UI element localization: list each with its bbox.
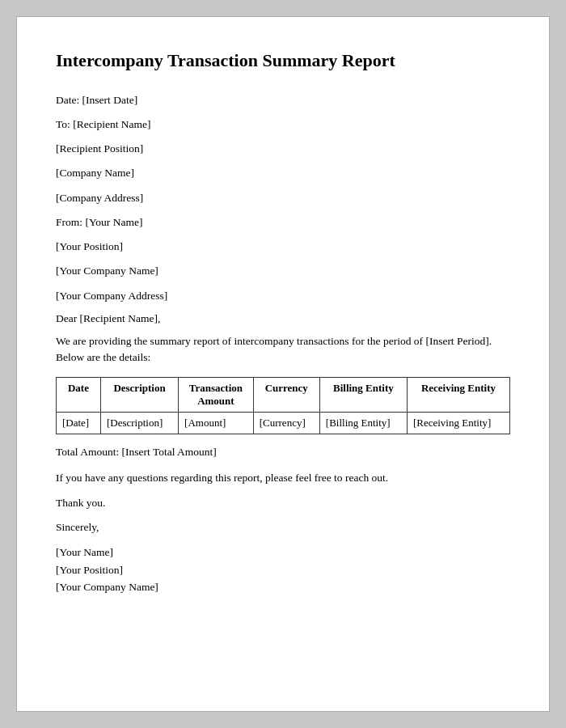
transaction-table: Date Description TransactionAmount Curre… bbox=[56, 377, 510, 434]
company-address: [Company Address] bbox=[56, 190, 510, 206]
col-description: Description bbox=[100, 378, 178, 413]
page-title: Intercompany Transaction Summary Report bbox=[56, 49, 510, 73]
transaction-table-wrapper: Date Description TransactionAmount Curre… bbox=[56, 377, 510, 434]
footer-text-3: Sincerely, bbox=[56, 519, 510, 535]
cell-amount: [Amount] bbox=[179, 413, 254, 434]
your-company-name: [Your Company Name] bbox=[56, 263, 510, 279]
your-position: [Your Position] bbox=[56, 239, 510, 255]
table-row: [Date] [Description] [Amount] [Currency]… bbox=[57, 413, 510, 434]
salutation: Dear [Recipient Name], bbox=[56, 312, 510, 325]
footer-text-2: Thank you. bbox=[56, 495, 510, 511]
cell-description: [Description] bbox=[100, 413, 178, 434]
signature-name: [Your Name] bbox=[56, 544, 510, 561]
to-line: To: [Recipient Name] bbox=[56, 116, 510, 133]
cell-currency: [Currency] bbox=[253, 413, 319, 434]
recipient-position: [Recipient Position] bbox=[56, 141, 510, 157]
table-header-row: Date Description TransactionAmount Curre… bbox=[57, 378, 510, 413]
col-date: Date bbox=[57, 378, 101, 413]
signature-position: [Your Position] bbox=[56, 561, 510, 579]
from-line: From: [Your Name] bbox=[56, 214, 510, 231]
signature-company: [Your Company Name] bbox=[56, 578, 510, 596]
company-name: [Company Name] bbox=[56, 165, 510, 181]
col-transaction-amount: TransactionAmount bbox=[179, 378, 254, 413]
total-amount-line: Total Amount: [Insert Total Amount] bbox=[56, 446, 510, 459]
date-line: Date: [Insert Date] bbox=[56, 92, 510, 108]
document-page: Intercompany Transaction Summary Report … bbox=[16, 16, 550, 712]
cell-date: [Date] bbox=[57, 413, 101, 434]
col-currency: Currency bbox=[253, 378, 319, 413]
body-text: We are providing the summary report of i… bbox=[56, 333, 510, 366]
signature-block: [Your Name] [Your Position] [Your Compan… bbox=[56, 544, 510, 596]
your-company-address: [Your Company Address] bbox=[56, 288, 510, 304]
footer-text-1: If you have any questions regarding this… bbox=[56, 470, 510, 486]
cell-billing-entity: [Billing Entity] bbox=[319, 413, 407, 434]
cell-receiving-entity: [Receiving Entity] bbox=[407, 413, 509, 434]
col-receiving-entity: Receiving Entity bbox=[407, 378, 509, 413]
col-billing-entity: Billing Entity bbox=[319, 378, 407, 413]
